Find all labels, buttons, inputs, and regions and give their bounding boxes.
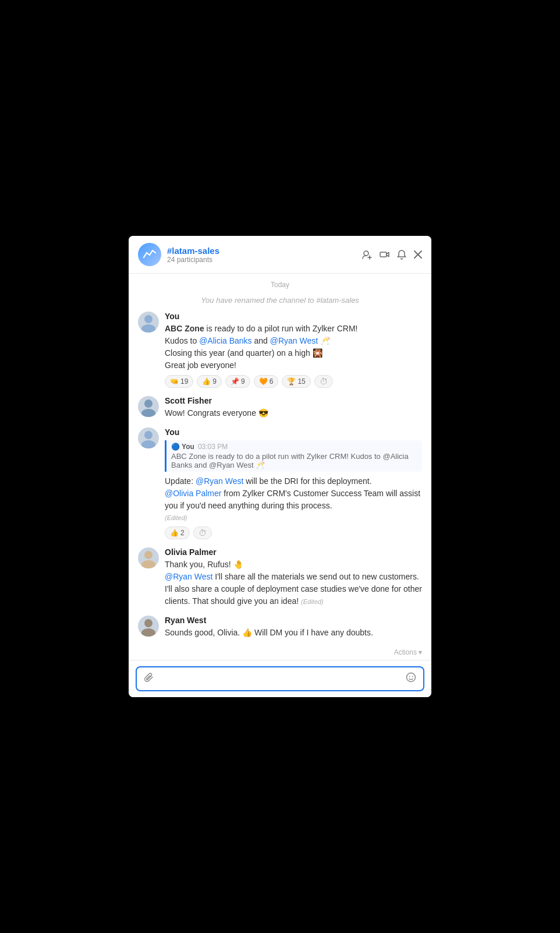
svg-point-9 xyxy=(141,409,155,417)
svg-point-7 xyxy=(141,324,155,333)
reaction-item[interactable]: 🏆 15 xyxy=(282,375,310,388)
chat-header: #latam-sales 24 participants xyxy=(129,236,431,274)
bell-icon[interactable] xyxy=(396,249,407,260)
message-author: Scott Fisher xyxy=(165,396,422,405)
message-author: You xyxy=(165,312,422,321)
message-content: Olivia Palmer Thank you, Rufus! 🤚 @Ryan … xyxy=(165,547,422,607)
reactions: 🤜 19 👍 9 📌 9 🧡 6 🏆 15 ⏱ xyxy=(165,375,422,388)
add-user-icon[interactable] xyxy=(361,249,372,260)
avatar xyxy=(138,396,159,417)
reaction-item[interactable]: 📌 9 xyxy=(225,375,250,388)
svg-rect-3 xyxy=(380,252,387,257)
attach-icon[interactable] xyxy=(144,672,154,685)
date-separator: Today xyxy=(138,274,422,294)
svg-point-0 xyxy=(364,251,368,256)
messages-area: Today You have renamed the channel to #l… xyxy=(129,274,431,660)
message-input-box xyxy=(136,666,424,691)
reply-text: ABC Zone is ready to do a pilot run with… xyxy=(171,452,417,469)
channel-logo xyxy=(138,243,161,266)
svg-point-10 xyxy=(144,431,153,439)
message-text: ABC Zone is ready to do a pilot run with… xyxy=(165,323,422,372)
message-text: Thank you, Rufus! 🤚 @Ryan West I'll shar… xyxy=(165,559,422,607)
avatar xyxy=(138,427,159,448)
svg-point-15 xyxy=(141,628,155,637)
avatar xyxy=(138,312,159,333)
message-content: Scott Fisher Wow! Congrats everyone 😎 xyxy=(165,396,422,419)
chevron-down-icon: ▾ xyxy=(419,648,422,656)
input-area xyxy=(129,660,431,697)
svg-point-8 xyxy=(144,400,153,408)
reactions: 👍 2 ⏱ xyxy=(165,526,422,539)
svg-point-11 xyxy=(141,440,155,448)
reaction-item[interactable]: 👍 2 xyxy=(165,526,190,539)
message-text: Wow! Congrats everyone 😎 xyxy=(165,407,422,419)
channel-info: #latam-sales 24 participants xyxy=(167,246,361,264)
message-text: Sounds good, Olivia. 👍 Will DM you if I … xyxy=(165,627,422,639)
add-reaction-button[interactable]: ⏱ xyxy=(314,375,333,388)
channel-name: #latam-sales xyxy=(167,246,361,256)
message-group: You 🔵 You 03:03 PM ABC Zone is ready to … xyxy=(138,427,422,539)
reply-author: 🔵 You 03:03 PM xyxy=(171,443,417,451)
avatar xyxy=(138,547,159,568)
message-group: Scott Fisher Wow! Congrats everyone 😎 xyxy=(138,396,422,419)
message-author: You xyxy=(165,427,422,437)
system-message: You have renamed the channel to #latam-s… xyxy=(138,294,422,312)
emoji-icon[interactable] xyxy=(406,672,416,685)
message-text: Update: @Ryan West will be the DRI for t… xyxy=(165,475,422,523)
svg-point-13 xyxy=(141,560,155,568)
svg-point-17 xyxy=(409,676,410,677)
message-author: Olivia Palmer xyxy=(165,547,422,557)
avatar xyxy=(138,616,159,637)
close-icon[interactable] xyxy=(414,250,422,259)
svg-point-18 xyxy=(412,676,413,677)
actions-row: Actions ▾ xyxy=(138,647,422,660)
chat-window: #latam-sales 24 participants xyxy=(129,236,431,697)
message-group: Olivia Palmer Thank you, Rufus! 🤚 @Ryan … xyxy=(138,547,422,607)
reaction-item[interactable]: 👍 9 xyxy=(197,375,222,388)
message-content: Ryan West Sounds good, Olivia. 👍 Will DM… xyxy=(165,616,422,639)
message-content: You ABC Zone is ready to do a pilot run … xyxy=(165,312,422,388)
message-group: Ryan West Sounds good, Olivia. 👍 Will DM… xyxy=(138,616,422,639)
message-author: Ryan West xyxy=(165,616,422,625)
actions-button[interactable]: Actions ▾ xyxy=(394,648,422,656)
video-icon[interactable] xyxy=(379,249,389,260)
reply-block: 🔵 You 03:03 PM ABC Zone is ready to do a… xyxy=(165,440,422,472)
message-input[interactable] xyxy=(159,674,401,683)
reaction-item[interactable]: 🤜 19 xyxy=(165,375,193,388)
reaction-item[interactable]: 🧡 6 xyxy=(254,375,279,388)
message-content: You 🔵 You 03:03 PM ABC Zone is ready to … xyxy=(165,427,422,539)
svg-point-16 xyxy=(407,673,416,681)
svg-point-14 xyxy=(144,619,153,627)
svg-point-12 xyxy=(144,551,153,559)
add-reaction-button[interactable]: ⏱ xyxy=(193,526,212,539)
header-actions xyxy=(361,249,422,260)
participant-count: 24 participants xyxy=(167,256,361,264)
message-group: You ABC Zone is ready to do a pilot run … xyxy=(138,312,422,388)
svg-point-6 xyxy=(144,315,153,323)
